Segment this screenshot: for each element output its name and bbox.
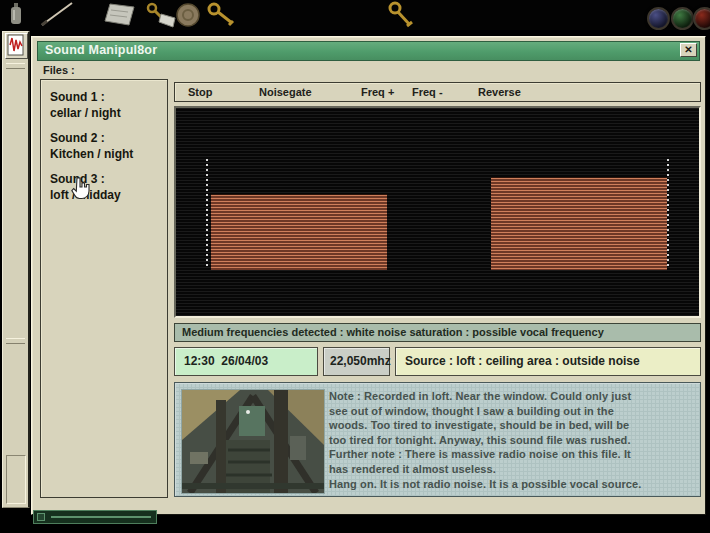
sound-item-2[interactable]: Sound 2 : Kitchen / night: [50, 130, 167, 162]
window-titlebar[interactable]: Sound Manipul8or ✕: [37, 41, 700, 61]
sidebar-handle-bottom[interactable]: [6, 338, 25, 344]
menu-orb-green[interactable]: [671, 7, 694, 30]
noisegate-button[interactable]: Noisegate: [259, 86, 312, 98]
paper-icon[interactable]: [98, 1, 140, 29]
inventory-bar: [0, 0, 710, 30]
window-title: Sound Manipul8or: [45, 43, 157, 57]
source-field: Source : loft : ceiling area : outside n…: [395, 347, 701, 376]
sound-manipulator-window: Sound Manipul8or ✕ Files : Sound 1 : cel…: [31, 36, 706, 515]
stop-button[interactable]: Stop: [188, 86, 212, 98]
sound-2-label: Sound 2 :: [50, 130, 167, 146]
pen-icon[interactable]: [38, 1, 78, 29]
freq-minus-button[interactable]: Freq -: [412, 86, 443, 98]
sound-3-label: Sound 3 :: [50, 171, 167, 187]
note-text: Note : Recorded in loft. Near the window…: [329, 389, 697, 491]
waveform-block-right: [491, 177, 667, 270]
key-icon[interactable]: [206, 1, 238, 29]
sound-file-icon[interactable]: [5, 33, 28, 59]
menu-orb-red[interactable]: [693, 7, 710, 30]
minimized-button[interactable]: [37, 513, 45, 521]
status-bar: Medium frequencies detected : white nois…: [174, 323, 701, 342]
sound-item-3[interactable]: Sound 3 : loft / midday: [50, 171, 167, 203]
minimized-bar-line: [51, 516, 151, 518]
menu-orb-blue[interactable]: [647, 7, 670, 30]
frequency-field: 22,050mhz: [323, 347, 390, 376]
sound-1-label: Sound 1 :: [50, 89, 167, 105]
sound-3-desc: loft / midday: [50, 187, 167, 203]
sidebar-handle-top[interactable]: [6, 63, 25, 69]
loft-photo-thumbnail[interactable]: [181, 389, 325, 494]
waveform-block-left: [211, 194, 387, 270]
note-panel: Note : Recorded in loft. Near the window…: [174, 382, 701, 497]
game-screen: Sound Manipul8or ✕ Files : Sound 1 : cel…: [0, 0, 710, 533]
brass-key-icon[interactable]: [385, 1, 419, 29]
effects-toolbar: Stop Noisegate Freq + Freq - Reverse: [174, 82, 701, 102]
waveform-marker-left: [206, 159, 208, 269]
reverse-button[interactable]: Reverse: [478, 86, 521, 98]
sidebar: [2, 31, 30, 508]
close-icon: ✕: [684, 44, 692, 55]
sound-list: Sound 1 : cellar / night Sound 2 : Kitch…: [40, 79, 168, 498]
files-label: Files :: [43, 64, 75, 76]
close-button[interactable]: ✕: [680, 43, 697, 57]
freq-plus-button[interactable]: Freq +: [361, 86, 394, 98]
waveform-marker-right: [667, 159, 669, 269]
sidebar-slot: [6, 455, 26, 504]
timestamp-field: 12:30 26/04/03: [174, 347, 318, 376]
minimized-bar[interactable]: [33, 510, 157, 524]
bottle-icon[interactable]: [4, 1, 28, 29]
sound-2-desc: Kitchen / night: [50, 146, 167, 162]
sound-item-1[interactable]: Sound 1 : cellar / night: [50, 89, 167, 121]
sound-1-desc: cellar / night: [50, 105, 167, 121]
stone-amulet-icon[interactable]: [174, 1, 202, 29]
status-text: Medium frequencies detected : white nois…: [182, 326, 604, 338]
waveform-display[interactable]: [174, 106, 701, 318]
